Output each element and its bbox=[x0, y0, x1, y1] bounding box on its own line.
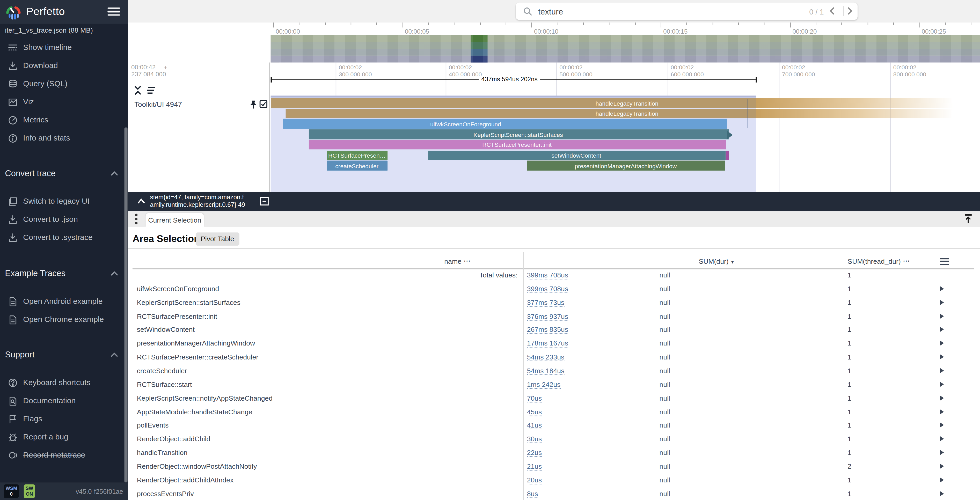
cell-sum-dur-link[interactable]: 54ms 184us bbox=[527, 367, 565, 375]
tab-current-selection[interactable]: Current Selection bbox=[146, 213, 204, 227]
column-menu-icon: ••• bbox=[464, 259, 471, 263]
search-prev-icon[interactable] bbox=[828, 7, 836, 15]
collapse-panel-icon[interactable] bbox=[260, 197, 269, 206]
cell-sum-dur-link[interactable]: 376ms 937us bbox=[527, 312, 568, 320]
row-expand-icon[interactable] bbox=[940, 464, 944, 469]
cell-name: RenderObject::addChildAtIndex bbox=[137, 476, 234, 483]
track-shelf-border bbox=[269, 62, 270, 192]
cell-sum-dur-link[interactable]: 178ms 167us bbox=[527, 340, 568, 348]
row-expand-icon[interactable] bbox=[940, 313, 944, 318]
ruler-tick bbox=[506, 22, 506, 25]
sidebar-item-record-metatrace[interactable]: Record metatrace bbox=[0, 446, 124, 464]
cell-sum-dur-link[interactable]: 399ms 708us bbox=[527, 285, 568, 293]
cell-sum-dur-link[interactable]: 267ms 835us bbox=[527, 326, 568, 334]
timeline-slice[interactable]: KeplerScriptScreen::startSurfaces bbox=[309, 129, 729, 139]
column-header-sum-dur[interactable]: SUM(dur)▾ bbox=[699, 257, 734, 265]
column-header-sum-thread-dur[interactable]: SUM(thread_dur)••• bbox=[848, 257, 910, 265]
track-checkbox[interactable] bbox=[259, 100, 267, 108]
timeline-slice[interactable] bbox=[726, 150, 729, 160]
row-expand-icon[interactable] bbox=[940, 382, 944, 387]
cell-sum-dur-link[interactable]: 20us bbox=[527, 476, 542, 484]
section-collapse-icon[interactable] bbox=[111, 171, 118, 176]
timeline-slice[interactable]: RCTSurfacePresen… bbox=[327, 150, 388, 160]
track-name[interactable]: Toolkit/UI 4947 bbox=[134, 101, 182, 108]
dock-to-top-icon[interactable] bbox=[963, 214, 973, 224]
timeline-slice[interactable]: setWindowContent bbox=[428, 150, 725, 160]
cell-sum-dur-link[interactable]: 1ms 242us bbox=[527, 381, 561, 389]
sidebar-item-documentation[interactable]: Documentation bbox=[0, 392, 124, 410]
sidebar-item-open-chrome-example[interactable]: Open Chrome example bbox=[0, 311, 124, 329]
row-expand-icon[interactable] bbox=[940, 395, 944, 400]
sidebar-item-viz[interactable]: Viz bbox=[0, 93, 124, 111]
cell-sum-dur-link[interactable]: 8us bbox=[527, 490, 538, 498]
sidebar-item-convert-to-json[interactable]: Convert to .json bbox=[0, 211, 124, 229]
row-expand-icon[interactable] bbox=[940, 327, 944, 332]
collapse-tracks-icon[interactable] bbox=[133, 85, 142, 95]
row-expand-icon[interactable] bbox=[940, 422, 944, 427]
section-collapse-icon[interactable] bbox=[111, 352, 118, 357]
timeline-slice[interactable]: handleLegacyTransition bbox=[286, 108, 756, 118]
sidebar-header: Perfetto bbox=[0, 0, 128, 24]
sidebar-item-metrics[interactable]: Metrics bbox=[0, 111, 124, 129]
hamburger-menu-icon[interactable] bbox=[107, 8, 120, 16]
timeline-slice[interactable]: RCTSurfacePresenter::init bbox=[309, 140, 726, 149]
search-next-icon[interactable] bbox=[846, 7, 854, 15]
cell-sum-dur-link[interactable]: 54ms 233us bbox=[527, 353, 565, 361]
perfetto-logo-icon bbox=[5, 4, 22, 21]
cell-name: createScheduler bbox=[137, 367, 187, 374]
section-collapse-icon[interactable] bbox=[111, 271, 118, 276]
sidebar-item-report-a-bug[interactable]: Report a bug bbox=[0, 428, 124, 446]
sidebar-item-download[interactable]: Download bbox=[0, 57, 124, 75]
cell-sum-thread-dur: null bbox=[660, 408, 670, 415]
cell-sum-dur-link[interactable]: 399ms 708us bbox=[527, 271, 568, 279]
row-expand-icon[interactable] bbox=[940, 300, 944, 305]
row-expand-icon[interactable] bbox=[940, 341, 944, 346]
timeline-slice[interactable]: uifwkScreenOnForeground bbox=[283, 119, 727, 129]
row-expand-icon[interactable] bbox=[940, 409, 944, 414]
cell-sum-dur-link[interactable]: 45us bbox=[527, 408, 542, 416]
ruler-tick-label: 00:00:10 bbox=[534, 28, 558, 35]
sidebar-item-info-and-stats[interactable]: Info and stats bbox=[0, 129, 124, 148]
timeline-slice[interactable]: handleLegacyTransition bbox=[271, 98, 756, 108]
sidebar-item-flags[interactable]: Flags bbox=[0, 410, 124, 428]
timeline-slice[interactable]: presentationManagerAttachingWindow bbox=[527, 161, 725, 170]
row-expand-icon[interactable] bbox=[940, 437, 944, 441]
pin-icon[interactable] bbox=[250, 100, 258, 109]
cell-sum-dur-link[interactable]: 70us bbox=[527, 394, 542, 402]
sidebar-item-switch-to-legacy-ui[interactable]: Switch to legacy UI bbox=[0, 192, 124, 211]
row-expand-icon[interactable] bbox=[940, 286, 944, 291]
row-expand-icon[interactable] bbox=[940, 450, 944, 455]
cell-sum-dur-link[interactable]: 21us bbox=[527, 462, 542, 470]
row-expand-icon[interactable] bbox=[940, 477, 944, 482]
sidebar-item-query-sql[interactable]: Query (SQL) bbox=[0, 75, 124, 93]
version-label: v45.0-f256f01ae bbox=[76, 487, 123, 495]
table-row: RenderObject::addChild30usnull1 bbox=[128, 432, 980, 446]
sidebar-item-show-timeline[interactable]: Show timeline bbox=[0, 39, 124, 57]
sidebar-item-keyboard-shortcuts[interactable]: Keyboard shortcuts bbox=[0, 374, 124, 392]
sidebar-item-convert-to-systrace[interactable]: Convert to .systrace bbox=[0, 229, 124, 247]
viewport-timestamp: 00:00:42 237 084 000 bbox=[131, 64, 166, 78]
ruler-tick-label: 00:00:05 bbox=[405, 28, 429, 35]
sidebar-scrollbar[interactable] bbox=[124, 128, 127, 483]
pivot-table-button[interactable]: Pivot Table bbox=[196, 232, 239, 246]
search-input[interactable] bbox=[537, 3, 746, 20]
row-expand-icon[interactable] bbox=[940, 368, 944, 373]
database-icon bbox=[8, 79, 18, 89]
sidebar-item-open-android-example[interactable]: Open Android example bbox=[0, 292, 124, 311]
cell-sum-dur-link[interactable]: 41us bbox=[527, 421, 542, 429]
timeline-slice[interactable]: createScheduler bbox=[327, 161, 388, 170]
tab-label: Current Selection bbox=[146, 216, 204, 224]
cell-sum-thread-dur: null bbox=[660, 381, 670, 388]
column-header-name[interactable]: name••• bbox=[444, 257, 471, 265]
chevron-up-icon[interactable] bbox=[137, 197, 146, 205]
ruler-tick bbox=[557, 22, 558, 25]
row-expand-icon[interactable] bbox=[940, 491, 944, 496]
table-menu-icon[interactable] bbox=[940, 258, 949, 265]
kebab-menu-icon[interactable] bbox=[135, 214, 139, 224]
cell-sum-dur-link[interactable]: 22us bbox=[527, 449, 542, 457]
slice-label: presentationManagerAttachingWindow bbox=[574, 162, 677, 169]
row-expand-icon[interactable] bbox=[940, 354, 944, 359]
cell-sum-dur-link[interactable]: 30us bbox=[527, 435, 542, 443]
cell-sum-dur-link[interactable]: 377ms 73us bbox=[527, 298, 565, 307]
track-sort-icon[interactable] bbox=[146, 86, 156, 94]
